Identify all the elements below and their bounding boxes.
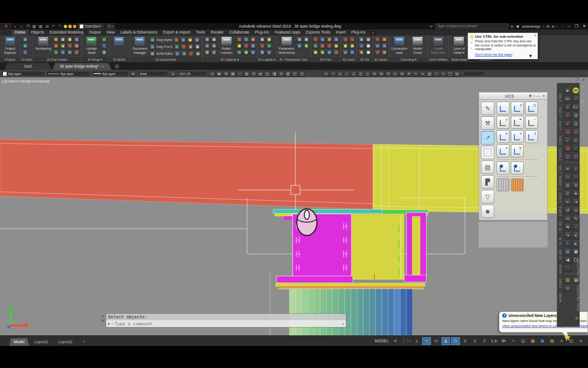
bolts-red-icon[interactable]: ▦	[564, 145, 571, 152]
rect-icon[interactable]: ▭	[572, 207, 579, 213]
rings-icon[interactable]: ∞	[564, 165, 571, 172]
palette-tab-annota-[interactable]: Annota..	[557, 261, 563, 275]
exchange-apps-icon[interactable]: A	[552, 24, 554, 29]
file-tab-document[interactable]: 36 span bridge testing*✕	[52, 63, 112, 70]
view-tool-icon[interactable]: ▤	[257, 71, 264, 77]
tool-icon[interactable]	[319, 36, 325, 42]
tools-icon[interactable]: ⚒	[481, 116, 494, 130]
tool-icon[interactable]	[326, 49, 332, 55]
customize-menu-icon[interactable]: ≡	[577, 337, 585, 345]
pier-bottom-flange-magenta[interactable]	[277, 276, 353, 283]
viewport-window-controls[interactable]: ‒ ❐ ✕	[569, 78, 587, 82]
ucs-option-button[interactable]: ✦	[511, 116, 524, 129]
tool-icon[interactable]	[22, 43, 28, 49]
layers-color-icon[interactable]: ▤	[564, 276, 571, 283]
autoscale-icon[interactable]: ♙	[470, 337, 479, 345]
open-folder-icon[interactable]: ❒	[25, 24, 30, 29]
big-button-document[interactable]: Documentmanager	[131, 36, 148, 55]
pier-column[interactable]	[289, 289, 413, 335]
zoom-box-icon[interactable]: ◎	[572, 137, 579, 144]
sun-icon[interactable]	[68, 25, 72, 28]
tool-icon[interactable]	[333, 36, 339, 42]
big-button-create[interactable]: CreateWork Area	[430, 36, 447, 55]
dashed-rect-icon[interactable]: ▫	[564, 240, 571, 247]
tool-icon[interactable]	[250, 36, 256, 42]
draw-tool-icon[interactable]: ✛	[406, 71, 412, 77]
tool-icon[interactable]	[342, 49, 348, 55]
tool-icon[interactable]	[204, 49, 210, 55]
square-gray-icon[interactable]: □	[564, 173, 571, 180]
new-file-icon[interactable]: □	[19, 24, 24, 29]
linetype-dropdown[interactable]: ByLayer⌄	[46, 71, 90, 76]
tool-icon[interactable]	[259, 43, 265, 49]
tool-icon[interactable]	[181, 51, 187, 57]
tool-icon[interactable]	[374, 43, 380, 49]
tooltip-dismiss-link[interactable]: Don't show me this again	[475, 52, 536, 57]
wedge-icon[interactable]: ◀	[564, 256, 571, 263]
palette-tab-9-br-b[interactable]: 9. BR-B	[557, 204, 563, 218]
tool-icon[interactable]	[333, 49, 339, 55]
isolate-objects-icon[interactable]: ◱	[519, 337, 527, 345]
hatch-icon[interactable]: ▨	[564, 248, 571, 255]
ucs-option-button[interactable]: Z	[525, 130, 538, 143]
plot-icon[interactable]: ⊟	[45, 24, 50, 29]
big-button-level-of[interactable]: Level ofDetail ▾	[450, 36, 468, 55]
account-icon[interactable]: ☻	[516, 24, 520, 29]
file-tab-start[interactable]: Start	[5, 63, 51, 70]
tool-icon[interactable]	[149, 44, 155, 50]
ribbon-tab-home[interactable]: Home	[12, 29, 28, 35]
palette-tab-4-rev-[interactable]: 4. REV..	[557, 132, 563, 147]
view-tool-icon[interactable]: ▥	[243, 71, 250, 77]
ucs-option-button[interactable]: ◉	[511, 161, 524, 174]
text-equal-icon[interactable]: A=	[564, 95, 571, 102]
unreconciled-layers-icon[interactable]: ≡	[557, 337, 566, 345]
new-tab-button[interactable]: +	[114, 64, 119, 69]
save-as-icon[interactable]: ▥	[38, 24, 43, 29]
big-button-update[interactable]: Updatedetail	[83, 36, 100, 55]
doc-red-icon[interactable]: ▤	[564, 128, 571, 135]
draw-tool-icon[interactable]: ◎	[357, 71, 364, 77]
collapse-icon[interactable]: ⇔	[560, 24, 564, 29]
selection-box-icon[interactable]	[481, 146, 494, 159]
view-tool-icon[interactable]: ⊟	[278, 71, 284, 77]
ucs-option-button[interactable]: ?	[511, 144, 524, 157]
leader-icon[interactable]: ↝	[564, 231, 571, 238]
dock-control-icon[interactable]: ⇔	[581, 92, 585, 96]
view-tool-icon[interactable]: ◰	[292, 71, 298, 77]
draw-tool-icon[interactable]: ⊞	[399, 71, 405, 77]
tool-icon[interactable]	[358, 43, 364, 49]
view-tool-icon[interactable]: ◉	[216, 71, 222, 77]
corner-line-icon[interactable]: ⌐	[564, 137, 571, 144]
ribbon-tab-extended-modeling[interactable]: Extended Modeling	[47, 29, 86, 35]
tool-icon[interactable]	[381, 49, 387, 55]
search-input[interactable]: Type a keyword or phrase	[435, 23, 508, 29]
ribbon-tab-featured-apps[interactable]: Featured Apps	[272, 29, 303, 35]
square-red-icon[interactable]: □	[572, 173, 579, 180]
tool-icon[interactable]	[358, 36, 364, 42]
model-space-label[interactable]: MODEL	[375, 339, 389, 343]
command-input[interactable]: > ▾ Type a command ▴	[106, 320, 346, 327]
swap-icon[interactable]: ⇆	[564, 223, 571, 230]
slope-icon[interactable]: ⁄⁄	[564, 120, 571, 127]
tool-icon[interactable]	[358, 49, 364, 55]
palette-tab-constr-[interactable]: Constr..	[557, 275, 563, 289]
save-icon[interactable]: ▥	[32, 24, 37, 29]
tool-icon[interactable]	[204, 36, 210, 42]
approx-icon[interactable]: ≈	[564, 104, 571, 110]
lineweight-dropdown[interactable]: ByLayer⌄	[92, 71, 129, 76]
empty-dropdown[interactable]: ⌄	[464, 71, 485, 76]
ribbon-tab-insert[interactable]: Insert	[333, 29, 349, 35]
tool-icon[interactable]	[67, 43, 73, 49]
draw-tool-icon[interactable]: □	[433, 71, 440, 77]
corner-icon[interactable]: ▛	[481, 175, 494, 189]
tool-icon[interactable]	[243, 36, 249, 42]
hatch-frame-icon[interactable]: ▩	[572, 248, 579, 255]
lock-icon[interactable]	[73, 25, 76, 28]
tool-icon[interactable]	[365, 49, 371, 55]
draw-tool-icon[interactable]: ≋	[371, 71, 378, 77]
big-button-parametric[interactable]: ParametricDimensions	[278, 36, 295, 55]
ucs-titlebar-icon[interactable]: ⁝	[534, 94, 535, 98]
tool-icon[interactable]	[149, 51, 155, 57]
text-style-dropdown[interactable]: Arial⌄	[138, 71, 168, 76]
color-dropdown[interactable]: ByLayer⌄	[1, 71, 45, 76]
